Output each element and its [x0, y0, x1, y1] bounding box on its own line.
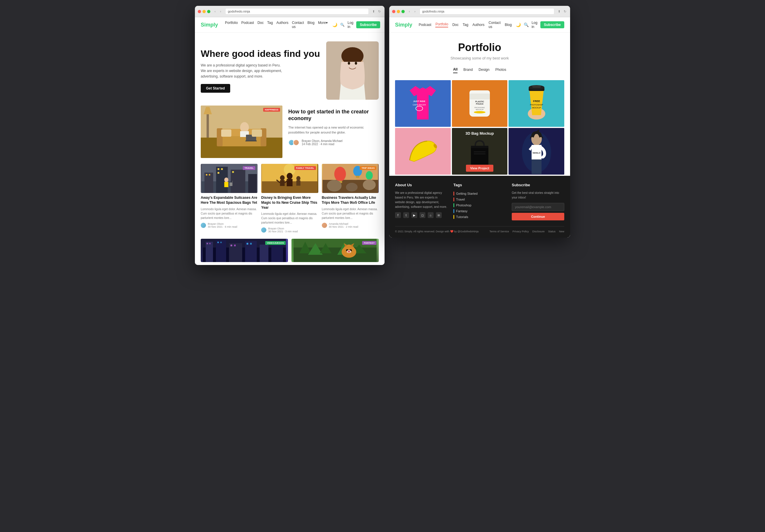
dark-mode-icon[interactable]: 🌙 [332, 22, 337, 27]
tag-item-photoshop[interactable]: Photoshop [453, 202, 506, 208]
portfolio-item-pouch[interactable]: PLASTICPOUCH PACKAGINGMOCKUP [452, 80, 508, 127]
pnav-portfolio[interactable]: Portfolio [435, 22, 448, 27]
article-date-1: 30 Nov 2021 · 6 min read [208, 225, 237, 228]
pnav-doc[interactable]: Doc [452, 23, 458, 27]
tag-item-tutorials[interactable]: Tutorials [453, 214, 506, 220]
footer-about-text: We are a professional digital agency bas… [395, 191, 447, 209]
hero-cta-button[interactable]: Get Started [201, 84, 230, 93]
bottom-image-1: VIDEOJUEGOS [201, 239, 288, 262]
portfolio-item-cup[interactable]: FREE PHOTOSHOP MOCKUP [508, 80, 564, 127]
svg-rect-68 [209, 243, 211, 244]
filter-brand[interactable]: Brand [463, 66, 473, 73]
svg-rect-28 [218, 168, 220, 170]
address-bar[interactable]: godofredo.ninja [225, 8, 369, 15]
svg-point-54 [366, 171, 373, 180]
social-twitter[interactable]: t [403, 212, 409, 218]
portfolio-navigation: Simply Podcast Portfolio Doc Tag Authors… [389, 17, 570, 33]
right-browser-actions: ⬆ ↻ [557, 9, 567, 14]
footer-link-privacy[interactable]: Privacy Policy [512, 230, 529, 233]
nav-contact[interactable]: Contact us [292, 21, 304, 29]
portfolio-item-woman[interactable]: NIHILO [508, 128, 564, 174]
right-share-icon[interactable]: ⬆ [557, 9, 561, 14]
traffic-lights [198, 10, 210, 13]
close-button[interactable] [198, 10, 201, 13]
footer-link-new[interactable]: New [559, 230, 564, 233]
forward-button[interactable]: › [218, 9, 223, 14]
nav-blog[interactable]: Blog [308, 21, 315, 25]
filter-all[interactable]: All [453, 66, 457, 73]
footer-link-disclosure[interactable]: Disclosure [532, 230, 544, 233]
nav-doc[interactable]: Doc [257, 21, 264, 25]
svg-point-42 [287, 173, 293, 179]
login-link[interactable]: Log in [348, 21, 353, 29]
article-card-3[interactable]: TRIP IDEAS Business Travelers Actually L… [322, 164, 379, 233]
footer-social: f t ▶ ◻ ⌂ in [395, 212, 447, 218]
right-minimize-button[interactable] [397, 10, 400, 13]
right-dark-mode-icon[interactable]: 🌙 [516, 22, 521, 27]
pnav-authors[interactable]: Authors [472, 23, 484, 27]
portfolio-item-bag[interactable]: 3D Bag Mockup View Project [452, 128, 508, 174]
browser-actions: ⬆ ↻ [371, 9, 382, 14]
pnav-tag[interactable]: Tag [463, 23, 468, 27]
svg-rect-30 [218, 172, 220, 174]
right-address-bar[interactable]: godofredo.ninja [419, 8, 554, 15]
portfolio-item-shirt[interactable]: JUST RIDE CAFE RACER [395, 80, 451, 127]
right-maximize-button[interactable] [401, 10, 405, 13]
svg-rect-17 [245, 140, 257, 141]
social-instagram[interactable]: ◻ [419, 212, 425, 218]
right-reload-icon[interactable]: ↻ [562, 9, 567, 14]
svg-point-50 [334, 167, 346, 181]
tag-item-travel[interactable]: Travel [453, 196, 506, 202]
filter-photos[interactable]: Photos [495, 66, 506, 73]
footer-link-terms[interactable]: Terms of Service [489, 230, 509, 233]
social-linkedin[interactable]: in [436, 212, 442, 218]
bottom-tag-2: FANTASY [362, 241, 377, 245]
share-icon[interactable]: ⬆ [371, 9, 376, 14]
right-search-icon[interactable]: 🔍 [524, 22, 529, 27]
hero-section: Where good ideas find you We are a profe… [195, 33, 384, 106]
right-subscribe-button[interactable]: Subscribe [540, 21, 564, 28]
search-icon[interactable]: 🔍 [340, 23, 345, 27]
nav-links: Portfolio Podcast Doc Tag Authors Contac… [225, 21, 328, 29]
pnav-blog[interactable]: Blog [505, 23, 512, 27]
back-button[interactable]: ‹ [213, 9, 217, 14]
svg-point-56 [327, 180, 342, 191]
reload-icon[interactable]: ↻ [377, 9, 382, 14]
portfolio-item-banana[interactable] [395, 128, 451, 174]
pnav-contact[interactable]: Contact us [488, 21, 500, 29]
nav-more[interactable]: More▾ [318, 21, 328, 25]
subscribe-email-input[interactable] [512, 203, 564, 211]
article-meta-3: Amanda Michael 30 Nov 2021 · 2 min read [329, 222, 358, 228]
article-card-1[interactable]: TRAVEL Away's Expandable Suitcases Are H… [201, 164, 258, 233]
pnav-podcast[interactable]: Podcast [419, 23, 431, 27]
nav-portfolio[interactable]: Portfolio [225, 21, 238, 25]
site-logo[interactable]: Simply [201, 22, 218, 28]
social-youtube[interactable]: ▶ [411, 212, 417, 218]
nav-authors[interactable]: Authors [276, 21, 288, 25]
bottom-card-1[interactable]: VIDEOJUEGOS [201, 239, 288, 262]
footer-link-status[interactable]: Status [548, 230, 555, 233]
filter-design[interactable]: Design [478, 66, 489, 73]
right-forward-button[interactable]: › [412, 9, 417, 14]
tag-dot-5 [453, 215, 454, 219]
portfolio-logo[interactable]: Simply [395, 22, 412, 28]
right-close-button[interactable] [392, 10, 395, 13]
svg-rect-31 [232, 171, 234, 173]
social-facebook[interactable]: f [395, 212, 401, 218]
social-github[interactable]: ⌂ [428, 212, 433, 218]
article-card-2[interactable]: FAMILY TRAVEL Disney Is Bringing Even Mo… [261, 164, 318, 233]
tag-item-fantasy[interactable]: Fantasy [453, 208, 506, 214]
featured-article[interactable]: HAPPINESS How to get started in the crea… [201, 106, 379, 158]
nav-tag[interactable]: Tag [267, 21, 273, 25]
maximize-button[interactable] [207, 10, 210, 13]
tag-name-4: Fantasy [456, 209, 467, 213]
tag-item-getting-started[interactable]: Getting Started [453, 191, 506, 196]
right-login-link[interactable]: Log in [531, 21, 537, 29]
subscribe-button[interactable]: Subscribe [356, 21, 380, 28]
right-back-button[interactable]: ‹ [407, 9, 412, 14]
minimize-button[interactable] [203, 10, 206, 13]
svg-rect-65 [260, 245, 269, 262]
subscribe-continue-button[interactable]: Continue [512, 213, 564, 220]
bottom-card-2[interactable]: FANTASY [292, 239, 379, 262]
nav-podcast[interactable]: Podcast [241, 21, 254, 25]
